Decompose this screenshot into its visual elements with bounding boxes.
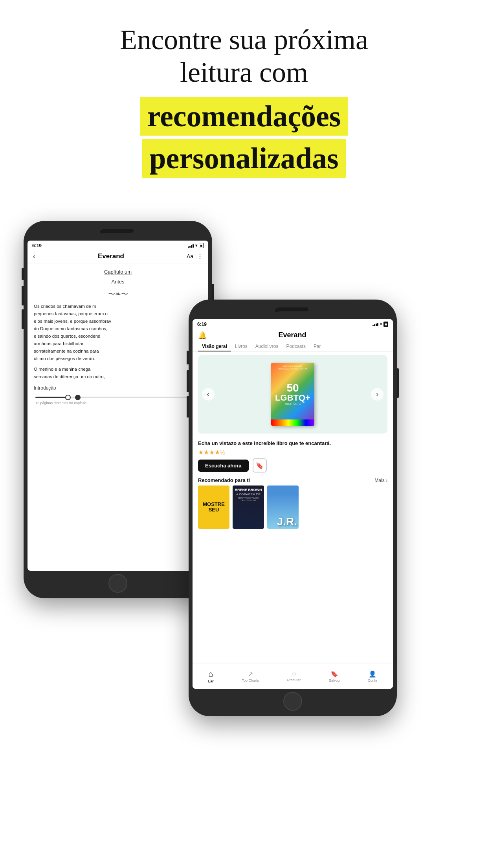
reader-header: ‹ Everand Aa ⋮ [28,250,208,263]
lgbtq-sub: INCRÍVEIS [283,402,302,406]
featured-book-info: Echa un vistazo a este increíble libro q… [193,437,393,474]
wifi-icon-right: ▾ [380,322,382,326]
signal-icon [188,244,194,248]
tab-audiolivros[interactable]: Audiolivros [251,341,283,351]
phone-right: 6:19 ▾ ■ 🔔 Everand [189,300,397,716]
tab-podcasts[interactable]: Podcasts [283,341,310,351]
menu-button[interactable]: ⋮ [197,253,203,259]
tab-par[interactable]: Par [310,341,325,351]
progress-fill [35,397,68,398]
listen-button[interactable]: Escucha ahora [198,460,249,472]
featured-book-card: ‹ DÉBORA THOMÉ TRADUÇÃO RODRIGO NAFFAH 5… [198,355,387,434]
header-highlight2: personalizadas [142,139,345,178]
nav-account[interactable]: 👤 Conta [368,670,377,682]
recommended-title: Recomendado para ti [198,477,250,483]
nav-home-label: Lar [208,679,214,683]
recommended-section-header: Recomendado para ti Mais › [193,474,393,485]
reader-text-2: O menino e a menina chega semanas de dif… [34,366,202,381]
progress-knob-1[interactable] [65,395,71,400]
phone-left: 6:19 ▾ ■ ‹ Everand Aa [24,221,212,598]
nav-saved[interactable]: 🔖 Salvou [329,670,340,682]
nav-search[interactable]: ○ Procurar [287,670,301,682]
battery-icon: ■ [199,243,204,248]
account-icon: 👤 [369,670,376,678]
phone-camera-right [275,308,279,312]
signal-icon-right [372,322,378,326]
search-icon: ○ [292,670,296,677]
progress-track [35,397,200,398]
reader-content: Capítulo um Antes 〜❧〜 Os criados os cham… [28,263,208,411]
saved-icon: 🔖 [330,670,338,678]
aa-button[interactable]: Aa [187,253,193,259]
chapter-decoration: 〜❧〜 [34,289,202,300]
back-button[interactable]: ‹ [33,252,35,261]
prev-arrow[interactable]: ‹ [202,388,215,401]
tolkien-initial: J.R. [277,516,297,527]
book-description: Echa un vistazo a este increíble libro q… [198,440,387,447]
chapter-subtitle: Antes [34,278,202,286]
notification-icon[interactable]: 🔔 [198,331,207,340]
book-rating: ★★★★½ [198,449,387,456]
battery-icon-right: ■ [383,322,388,327]
status-time-right: 6:19 [197,322,207,327]
reader-screen: 6:19 ▾ ■ ‹ Everand Aa [28,241,208,571]
book-tolkien[interactable]: J.R. [267,485,299,529]
book-mostre[interactable]: MOSTRESEU [198,485,229,529]
book-mostre-title: MOSTRESEU [203,502,225,513]
intro-label: Introdução [34,384,202,392]
book-brene-brown[interactable]: BRENE BROWN A CORAGEM DE NEW YORK TIMES … [233,485,264,529]
reader-app-title: Everand [98,252,124,260]
browse-header: 🔔 Everand [193,329,393,341]
recommended-books-row: MOSTRESEU BRENE BROWN A CORAGEM DE NEW Y… [193,485,393,529]
status-time-left: 6:19 [32,243,42,248]
nav-top-charts-label: Top Charts [242,679,259,682]
phone-home-button-right [283,692,302,711]
top-charts-icon: ↗ [248,670,253,678]
status-icons-right: ▾ ■ [372,322,388,327]
tab-livros[interactable]: Livros [231,341,251,351]
reading-progress: 12 páginas restantes no capítulo [34,397,202,406]
featured-book-cover: DÉBORA THOMÉ TRADUÇÃO RODRIGO NAFFAH 50 … [271,363,314,426]
more-button[interactable]: Mais › [374,478,387,483]
browse-screen: 6:19 ▾ ■ 🔔 Everand [193,319,393,689]
chapter-title: Capítulo um [34,268,202,276]
progress-knob-2[interactable] [75,395,81,400]
nav-saved-label: Salvou [329,679,340,682]
tab-visao-geral[interactable]: Visão geral [198,341,231,351]
bookmark-icon: 🔖 [256,462,264,469]
bottom-navigation: ⌂ Lar ↗ Top Charts ○ Procurar 🔖 Salvou 👤 [193,664,393,689]
status-bar-right: 6:19 ▾ ■ [193,319,393,329]
reader-controls: Aa ⋮ [187,253,203,259]
brene-author-name: BRENE BROWN [235,488,262,492]
header-line1: Encontre sua próxima leitura com [0,24,488,89]
nav-top-charts[interactable]: ↗ Top Charts [242,670,259,682]
browse-tabs: Visão geral Livros Audiolivros Podcasts … [193,341,393,352]
nyt-badge: NEW YORK TIMES BESTSELLER [234,497,262,502]
lgbtq-text: LGBTQ+ [275,394,310,402]
nav-search-label: Procurar [287,678,301,682]
nav-home[interactable]: ⌂ Lar [208,669,214,683]
phone-home-button [108,574,127,593]
phones-area: 6:19 ▾ ■ ‹ Everand Aa [0,197,488,811]
nav-account-label: Conta [368,679,377,682]
bookmark-button[interactable]: 🔖 [253,458,267,473]
browse-app-title: Everand [278,331,306,339]
book-actions: Escucha ahora 🔖 [198,458,387,473]
status-bar-left: 6:19 ▾ ■ [28,241,208,250]
header-section: Encontre sua próxima leitura com recomen… [0,0,488,189]
home-icon: ⌂ [209,669,213,679]
progress-label: 12 páginas restantes no capítulo [35,400,200,406]
wifi-icon: ▾ [195,243,197,248]
book-author: DÉBORA THOMÉ TRADUÇÃO RODRIGO NAFFAH [271,365,314,370]
status-icons-left: ▾ ■ [188,243,204,248]
rainbow-flag [271,419,314,426]
header-highlight1: recomendações [140,97,348,136]
phone-camera [100,230,104,234]
next-arrow[interactable]: › [371,388,383,401]
brene-book-name: A CORAGEM DE [236,493,261,496]
lgbtq-number: 50 [286,383,299,394]
reader-text: Os criados os chamavam de m pequenos fan… [34,303,202,362]
